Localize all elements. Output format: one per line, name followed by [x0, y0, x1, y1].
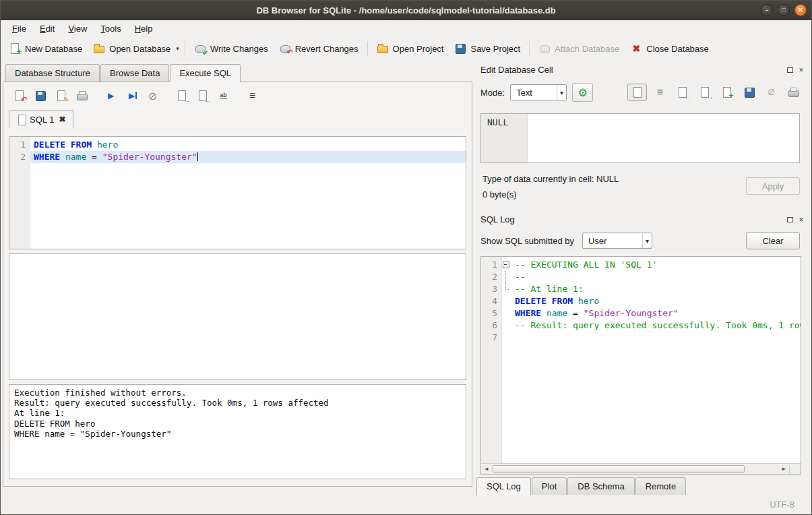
find-replace-button[interactable] [214, 88, 232, 104]
code-token: WHERE [34, 152, 60, 162]
tab-db-schema[interactable]: DB Schema [567, 477, 634, 495]
fold-guide [501, 320, 511, 332]
code-text: DELETE FROM hero [30, 139, 466, 151]
menu-file[interactable]: File [5, 22, 33, 36]
export-results-button[interactable] [173, 88, 191, 104]
scrollbar-thumb[interactable] [493, 465, 745, 473]
new-database-button[interactable]: New Database [3, 40, 88, 57]
word-wrap-icon [654, 86, 666, 98]
code-line[interactable]: 5WHERE name = "Spider-Youngster" [481, 307, 801, 320]
sql-log-filter-row: Show SQL submitted by User Clear [480, 231, 800, 251]
code-token [541, 308, 546, 318]
code-line[interactable]: 2-- [481, 271, 801, 283]
code-line[interactable]: 3-- At line 1: [481, 283, 801, 295]
clear-log-button[interactable]: Clear [746, 232, 800, 249]
close-panel-icon[interactable] [797, 66, 805, 74]
word-wrap-button[interactable] [243, 88, 261, 104]
save-sql-file-button[interactable] [31, 88, 49, 104]
dock-tab-bar: SQL Log Plot DB Schema Remote [476, 477, 687, 495]
cell-size-info: 0 byte(s) [482, 189, 517, 200]
horizontal-scrollbar[interactable]: ◀ ▶ [481, 463, 801, 474]
tab-sql-log[interactable]: SQL Log [476, 477, 531, 495]
execution-output[interactable]: Execution finished without errors. Resul… [9, 384, 466, 479]
tab-execute-sql[interactable]: Execute SQL [170, 64, 241, 82]
apply-button: Apply [746, 177, 800, 195]
open-project-button[interactable]: Open Project [371, 40, 449, 57]
code-line[interactable]: 4DELETE FROM hero [481, 295, 801, 307]
close-database-button[interactable]: Close Database [625, 40, 714, 57]
tab-plot[interactable]: Plot [532, 477, 567, 495]
code-token [546, 296, 552, 306]
text-mode-button[interactable] [627, 84, 647, 101]
menu-view[interactable]: View [61, 22, 94, 36]
main-toolbar: New Database Open Database ▾ Write Chang… [0, 36, 812, 61]
menu-help[interactable]: Help [128, 22, 160, 36]
tab-database-structure[interactable]: Database Structure [5, 64, 100, 82]
execute-sql-page: SQL 1 ✖ 1DELETE FROM hero2WHERE name = "… [3, 82, 472, 487]
code-token [60, 152, 65, 162]
menu-tools[interactable]: Tools [94, 22, 127, 36]
close-panel-icon[interactable] [797, 216, 805, 224]
code-line[interactable]: 2WHERE name = "Spider-Youngster" [9, 151, 466, 163]
import-sql-button[interactable] [193, 88, 212, 104]
open-sql-file-button[interactable] [10, 88, 28, 104]
tab-browse-data[interactable]: Browse Data [100, 64, 169, 82]
attach-database-label: Attach Database [555, 44, 619, 54]
scrollbar-track[interactable] [492, 464, 778, 474]
import-cell-button[interactable] [673, 84, 691, 100]
set-null-button[interactable] [762, 84, 780, 100]
cell-value-editor[interactable]: NULL [480, 113, 800, 163]
results-grid[interactable] [9, 253, 466, 380]
submitted-by-select[interactable]: User [582, 233, 652, 249]
scroll-left-icon[interactable]: ◀ [481, 464, 492, 474]
log-lines: 1-- EXECUTING ALL IN 'SQL 1'2--3-- At li… [481, 257, 801, 344]
code-text: DELETE FROM hero [511, 295, 801, 307]
mode-select[interactable]: Text [510, 84, 567, 100]
open-database-button[interactable]: Open Database [88, 40, 176, 57]
code-line[interactable]: 1-- EXECUTING ALL IN 'SQL 1' [481, 259, 801, 271]
maximize-button[interactable]: □ [778, 4, 790, 16]
execute-line-button[interactable] [123, 88, 141, 104]
fold-collapse-icon[interactable] [501, 259, 511, 271]
toolbar-separator [367, 41, 368, 56]
menu-edit[interactable]: Edit [33, 22, 61, 36]
scroll-right-icon[interactable]: ▶ [778, 464, 789, 474]
export-cell-button[interactable] [695, 84, 714, 100]
save-cell-as-button[interactable] [740, 84, 758, 100]
write-changes-label: Write Changes [210, 44, 268, 54]
sql-editor[interactable]: 1DELETE FROM hero2WHERE name = "Spider-Y… [9, 136, 466, 249]
execute-all-button[interactable] [102, 88, 120, 104]
code-token: -- EXECUTING ALL IN 'SQL 1' [515, 260, 657, 270]
fold-guide [501, 332, 511, 344]
editor-lines: 1DELETE FROM hero2WHERE name = "Spider-Y… [9, 137, 466, 163]
float-panel-icon[interactable] [786, 216, 794, 224]
cell-word-wrap-button[interactable] [651, 84, 669, 100]
open-project-label: Open Project [393, 44, 444, 54]
line-number: 2 [481, 271, 501, 283]
minimize-button[interactable]: – [761, 4, 773, 16]
execution-output-text: Execution finished without errors. Resul… [9, 385, 466, 442]
auto-switch-mode-button[interactable] [572, 83, 593, 102]
line-number: 4 [481, 295, 501, 307]
code-line[interactable]: 6-- Result: query executed successfully.… [481, 320, 801, 332]
open-database-dropdown[interactable]: ▾ [174, 41, 181, 56]
write-changes-button[interactable]: Write Changes [189, 40, 274, 57]
code-line[interactable]: 7 [481, 332, 801, 344]
save-project-button[interactable]: Save Project [449, 40, 526, 57]
revert-changes-button[interactable]: Revert Changes [274, 40, 364, 57]
tab-remote[interactable]: Remote [635, 477, 687, 495]
sql-tab-close-icon[interactable]: ✖ [58, 115, 66, 124]
copy-cell-button[interactable] [718, 84, 736, 100]
line-number: 6 [481, 320, 501, 332]
code-line[interactable]: 1DELETE FROM hero [9, 139, 466, 151]
code-token: -- At line 1: [515, 284, 584, 294]
sql-1-tab[interactable]: SQL 1 ✖ [9, 110, 73, 128]
close-button[interactable]: ✕ [794, 4, 807, 16]
save-sql-as-button[interactable] [52, 88, 70, 104]
float-panel-icon[interactable] [786, 66, 794, 74]
sql-log-view[interactable]: 1-- EXECUTING ALL IN 'SQL 1'2--3-- At li… [480, 256, 801, 475]
code-token: name [546, 308, 567, 318]
print-sql-button[interactable] [73, 88, 91, 104]
title-bar[interactable]: DB Browser for SQLite - /home/user/code/… [0, 0, 812, 20]
print-cell-button[interactable] [784, 84, 803, 100]
